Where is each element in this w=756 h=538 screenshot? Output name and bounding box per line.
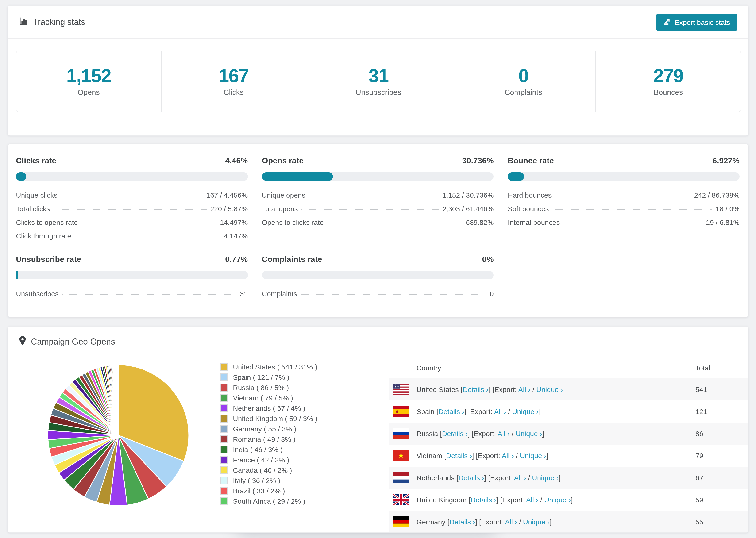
total-cell: 67 bbox=[695, 474, 703, 482]
rate-title: Complaints rate bbox=[262, 255, 322, 264]
details-link[interactable]: Details › bbox=[446, 452, 472, 459]
export-all-link[interactable]: All › bbox=[518, 385, 531, 394]
rate-detail-value: 1,152 / 30.736% bbox=[442, 191, 494, 199]
stat-value: 1,152 bbox=[66, 66, 111, 85]
stat-label: Bounces bbox=[654, 88, 683, 97]
dotted-leader bbox=[75, 237, 220, 237]
rate-progress-fill bbox=[16, 172, 26, 181]
dotted-leader bbox=[555, 196, 690, 196]
rate-detail-row: Hard bounces242 / 86.738% bbox=[508, 191, 739, 205]
summary-stat: 279Bounces bbox=[596, 51, 740, 112]
stat-label: Complaints bbox=[505, 88, 542, 97]
geo-opens-pie-chart[interactable] bbox=[45, 362, 191, 508]
dashboard-page: Tracking stats Export basic stats 1,152O… bbox=[0, 0, 756, 538]
export-unique-link[interactable]: Unique › bbox=[532, 474, 559, 482]
country-cell: Russia [Details ›] [Export: All › / Uniq… bbox=[416, 430, 544, 438]
rate-detail-value: 14.497% bbox=[220, 218, 248, 226]
legend-item: Brazil ( 33 / 2% ) bbox=[220, 485, 317, 496]
rate-value: 6.927% bbox=[713, 156, 739, 166]
export-unique-link[interactable]: Unique › bbox=[544, 496, 571, 504]
rate-detail-label: Hard bounces bbox=[508, 191, 552, 199]
legend-label: United Kingdom ( 59 / 3% ) bbox=[233, 414, 317, 422]
tracking-stats-title: Tracking stats bbox=[19, 17, 85, 27]
export-all-link[interactable]: All › bbox=[514, 474, 526, 482]
rate-detail-value: 31 bbox=[240, 290, 248, 297]
rate-detail-label: Unique opens bbox=[262, 191, 305, 199]
legend-item: United States ( 541 / 31% ) bbox=[220, 361, 317, 372]
export-unique-link[interactable]: Unique › bbox=[515, 430, 542, 438]
summary-stat: 31Unsubscribes bbox=[306, 51, 451, 112]
rate-progress-fill bbox=[508, 172, 524, 181]
total-cell: 59 bbox=[695, 496, 703, 504]
export-all-link[interactable]: All › bbox=[505, 518, 517, 526]
country-name: United Kingdom bbox=[416, 496, 466, 504]
legend-label: Netherlands ( 67 / 4% ) bbox=[233, 404, 305, 412]
details-link[interactable]: Details › bbox=[438, 407, 464, 415]
summary-stat: 0Complaints bbox=[451, 51, 596, 112]
rate-value: 30.736% bbox=[462, 156, 494, 166]
geo-table-row: Netherlands [Details ›] [Export: All › /… bbox=[389, 467, 748, 489]
rate-detail-label: Unique clicks bbox=[16, 191, 58, 199]
rate-detail-label: Clicks to opens rate bbox=[16, 218, 78, 226]
rate-detail-row: Soft bounces18 / 0% bbox=[508, 205, 739, 218]
legend-item: Germany ( 55 / 3% ) bbox=[220, 423, 317, 434]
rate-progress-fill bbox=[16, 271, 18, 279]
rate-progress-bar bbox=[262, 172, 494, 181]
legend-item: Vietnam ( 79 / 5% ) bbox=[220, 393, 317, 403]
details-link[interactable]: Details › bbox=[442, 430, 468, 438]
legend-item: Romania ( 49 / 3% ) bbox=[220, 434, 317, 444]
export-unique-link[interactable]: Unique › bbox=[512, 407, 539, 415]
stat-label: Unsubscribes bbox=[356, 88, 401, 97]
legend-swatch bbox=[220, 363, 228, 371]
total-cell: 121 bbox=[695, 407, 707, 415]
map-pin-icon bbox=[19, 336, 26, 348]
geo-opens-title: Campaign Geo Opens bbox=[19, 336, 115, 348]
legend-label: Romania ( 49 / 3% ) bbox=[233, 435, 296, 443]
export-basic-stats-button[interactable]: Export basic stats bbox=[656, 13, 737, 31]
export-all-link[interactable]: All › bbox=[494, 407, 506, 415]
rate-detail-label: Complaints bbox=[262, 290, 297, 297]
details-link[interactable]: Details › bbox=[470, 496, 496, 504]
export-all-link[interactable]: All › bbox=[526, 496, 538, 504]
export-arrow-icon bbox=[663, 18, 670, 27]
export-unique-link[interactable]: Unique › bbox=[523, 518, 550, 526]
legend-label: United States ( 541 / 31% ) bbox=[233, 363, 317, 371]
rate-card: Complaints rate0%Complaints0 bbox=[262, 255, 494, 303]
rate-detail-value: 0 bbox=[490, 290, 494, 297]
tracking-stats-panel: Tracking stats Export basic stats 1,152O… bbox=[8, 5, 748, 136]
geo-pie-legend: United States ( 541 / 31% )Spain ( 121 /… bbox=[220, 361, 317, 506]
export-all-link[interactable]: All › bbox=[502, 452, 514, 459]
rate-detail-row: Click through rate4.147% bbox=[16, 232, 248, 245]
dotted-leader bbox=[301, 295, 486, 295]
legend-label: Russia ( 86 / 5% ) bbox=[233, 383, 289, 391]
export-unique-link[interactable]: Unique › bbox=[536, 385, 563, 394]
export-unique-link[interactable]: Unique › bbox=[520, 452, 546, 459]
rate-detail-label: Opens to clicks rate bbox=[262, 218, 324, 226]
details-link[interactable]: Details › bbox=[449, 518, 475, 526]
rate-detail-value: 4.147% bbox=[224, 232, 248, 240]
country-column-header: Country bbox=[416, 364, 441, 372]
details-link[interactable]: Details › bbox=[458, 474, 484, 482]
rate-progress-bar bbox=[16, 172, 248, 181]
stat-value: 279 bbox=[653, 66, 683, 85]
dotted-leader bbox=[328, 223, 462, 224]
rate-title: Opens rate bbox=[262, 156, 303, 166]
export-all-link[interactable]: All › bbox=[498, 430, 510, 438]
legend-item: India ( 46 / 3% ) bbox=[220, 444, 317, 455]
legend-label: India ( 46 / 3% ) bbox=[233, 445, 283, 453]
country-cell: Spain [Details ›] [Export: All › / Uniqu… bbox=[416, 407, 541, 415]
rate-detail-value: 167 / 4.456% bbox=[206, 191, 248, 199]
details-link[interactable]: Details › bbox=[463, 385, 489, 394]
legend-swatch bbox=[220, 456, 228, 463]
geo-pie-chart-wrap bbox=[45, 362, 191, 508]
total-cell: 55 bbox=[695, 518, 703, 526]
rate-card: Unsubscribe rate0.77%Unsubscribes31 bbox=[16, 255, 248, 303]
country-name: United States bbox=[416, 385, 459, 394]
tracking-stats-header: Tracking stats Export basic stats bbox=[8, 6, 748, 39]
legend-swatch bbox=[220, 435, 228, 443]
rate-detail-label: Internal bounces bbox=[508, 218, 560, 226]
rate-detail-value: 19 / 6.81% bbox=[706, 218, 739, 226]
legend-swatch bbox=[220, 425, 228, 433]
flag-vn-icon bbox=[393, 450, 409, 461]
rate-progress-bar bbox=[508, 172, 739, 181]
